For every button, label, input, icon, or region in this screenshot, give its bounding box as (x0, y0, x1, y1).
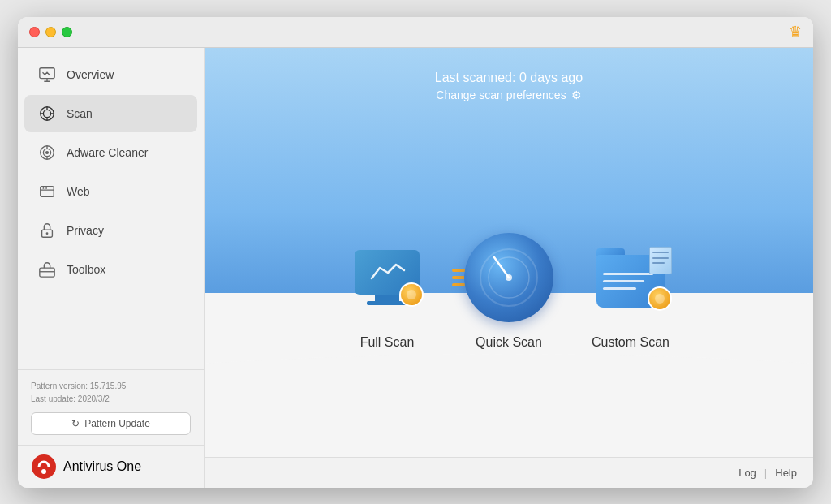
sidebar: Overview Scan (18, 48, 205, 488)
full-scan-badge (399, 282, 424, 307)
content-footer: Log | Help (205, 457, 813, 488)
sidebar-label-overview: Overview (67, 68, 114, 81)
version-info: Pattern version: 15.715.95 Last update: … (31, 380, 191, 406)
sidebar-item-overview[interactable]: Overview (24, 56, 197, 93)
toolbox-icon (37, 260, 57, 279)
svg-point-9 (46, 151, 49, 153)
svg-rect-18 (40, 268, 54, 277)
brand-row: Antivirus One (18, 445, 204, 488)
custom-scan-badge (648, 286, 672, 311)
full-scan-label: Full Scan (360, 335, 415, 350)
pattern-update-label: Pattern Update (84, 418, 150, 429)
svg-rect-12 (41, 186, 54, 196)
monitor-stand (375, 295, 399, 301)
svg-point-25 (506, 274, 512, 281)
brand-name: Antivirus One (63, 459, 141, 474)
content-area: Last scanned: 0 days ago Change scan pre… (205, 48, 813, 488)
log-link[interactable]: Log (738, 467, 756, 479)
sidebar-item-toolbox[interactable]: Toolbox (24, 251, 197, 288)
web-icon (37, 182, 57, 201)
full-scan-option[interactable]: Full Scan (342, 233, 432, 350)
folder-line-3 (603, 287, 636, 290)
sidebar-label-privacy: Privacy (67, 224, 104, 237)
sidebar-footer: Pattern version: 15.715.95 Last update: … (18, 369, 204, 445)
speedometer (476, 245, 541, 310)
app-window: ♛ Overview (18, 17, 813, 488)
scan-nav-icon (37, 104, 57, 123)
gear-icon: ⚙ (571, 88, 582, 101)
scan-background: Last scanned: 0 days ago Change scan pre… (205, 48, 813, 457)
trend-micro-logo (31, 454, 57, 480)
header-info: Last scanned: 0 days ago Change scan pre… (435, 48, 583, 110)
custom-scan-option[interactable]: Custom Scan (586, 233, 675, 350)
crown-icon: ♛ (789, 23, 802, 41)
main-layout: Overview Scan (18, 48, 813, 488)
folder-line-2 (603, 280, 645, 282)
close-button[interactable] (29, 27, 40, 37)
maximize-button[interactable] (62, 27, 72, 37)
pattern-version: Pattern version: 15.715.95 (31, 380, 191, 393)
svg-point-2 (43, 110, 50, 117)
refresh-icon: ↻ (71, 418, 80, 429)
custom-scan-label: Custom Scan (592, 335, 670, 350)
help-link[interactable]: Help (775, 467, 797, 479)
sidebar-label-scan: Scan (67, 107, 93, 120)
sidebar-item-web[interactable]: Web (24, 173, 197, 210)
quick-scan-icon (464, 233, 553, 322)
full-scan-icon (342, 233, 432, 322)
target-icon (37, 143, 57, 162)
folder-doc (649, 247, 672, 274)
last-scanned-text: Last scanned: 0 days ago (435, 71, 583, 85)
change-prefs-link[interactable]: Change scan preferences ⚙ (435, 88, 583, 101)
pattern-update-button[interactable]: ↻ Pattern Update (31, 412, 191, 435)
sidebar-label-adware-cleaner: Adware Cleaner (67, 146, 148, 159)
svg-point-20 (32, 454, 56, 479)
change-prefs-label: Change scan preferences (436, 88, 566, 101)
svg-point-14 (43, 187, 45, 188)
sidebar-label-toolbox: Toolbox (67, 263, 105, 276)
quick-scan-circle (464, 233, 553, 322)
svg-point-15 (45, 187, 47, 188)
scan-options: Full Scan (342, 126, 675, 457)
sidebar-label-web: Web (67, 185, 90, 198)
quick-scan-label: Quick Scan (476, 335, 542, 350)
sidebar-nav: Overview Scan (18, 48, 204, 369)
traffic-lights (29, 27, 72, 37)
sidebar-item-adware-cleaner[interactable]: Adware Cleaner (24, 134, 197, 171)
monitor-screen (365, 258, 410, 286)
last-update: Last update: 2020/3/2 (31, 393, 191, 406)
svg-point-21 (41, 469, 46, 474)
folder-line-1 (603, 273, 653, 275)
quick-scan-option[interactable]: Quick Scan (464, 233, 553, 350)
sidebar-item-scan[interactable]: Scan (24, 95, 197, 132)
title-bar: ♛ (18, 17, 813, 48)
lock-icon (37, 221, 57, 240)
footer-divider: | (764, 467, 767, 479)
minimize-button[interactable] (45, 27, 56, 37)
sidebar-item-privacy[interactable]: Privacy (24, 212, 197, 249)
svg-point-17 (46, 232, 49, 235)
custom-scan-icon (586, 233, 675, 322)
monitor-icon (37, 65, 57, 84)
svg-line-24 (494, 257, 509, 278)
